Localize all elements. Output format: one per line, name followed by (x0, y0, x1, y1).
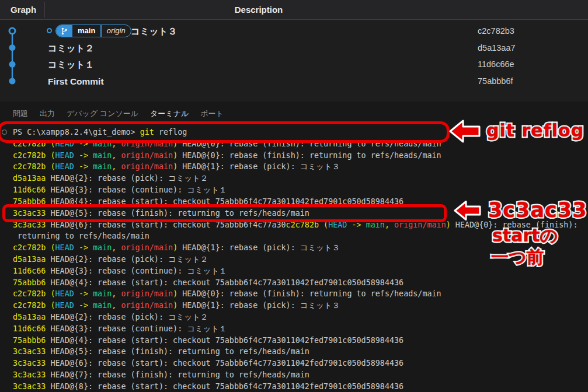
commit-row[interactable]: コミット２d5a13aa7 (0, 40, 588, 57)
terminal-line: 75abbb6 HEAD@{4}: rebase (start): checko… (13, 335, 588, 346)
terminal-line: 11d6c66 HEAD@{3}: rebase (continue): コミッ… (13, 184, 588, 196)
column-divider[interactable] (44, 2, 45, 18)
annotation-text-git-reflog: git reflog (486, 120, 584, 141)
head-commit-dot-icon (47, 28, 52, 33)
annotation-text-hitotsu-mae: 一つ前 (491, 246, 544, 270)
terminal-line: 3c3ac33 HEAD@{8}: rebase (start): checko… (13, 381, 588, 392)
terminal-line: 11d6c66 HEAD@{3}: rebase (continue): コミッ… (13, 323, 588, 335)
branch-name-label: main (72, 25, 100, 37)
terminal-line: c2c782b (HEAD -> main, origin/main) HEAD… (13, 161, 588, 173)
terminal-line: d5a13aa HEAD@{2}: rebase (pick): コミット２ (13, 312, 588, 323)
git-graph-panel: Graph Description main originコミット３c2c782… (0, 0, 588, 102)
annotation-text-start-no: startの (492, 224, 558, 248)
commit-message: コミット３ (131, 23, 177, 40)
annotation-text-hash: 3c3ac33 (488, 198, 587, 222)
commit-message: コミット２ (48, 40, 94, 57)
commit-row[interactable]: コミット１11d6c66e (0, 56, 588, 73)
terminal-line: c2c782b (HEAD -> main, origin/main) HEAD… (13, 150, 588, 162)
commit-hash: 75abbb6f (478, 73, 513, 90)
commit-row[interactable]: First Commit75abbb6f (0, 73, 588, 90)
terminal-line: d5a13aa HEAD@{2}: rebase (pick): コミット２ (13, 173, 588, 184)
terminal-line: 75abbb6 HEAD@{4}: rebase (start): checko… (13, 277, 588, 289)
annotation-arrow-left-icon (454, 200, 482, 222)
branch-label-badge[interactable]: main origin (55, 24, 131, 37)
terminal-line: 3c3ac33 HEAD@{7}: rebase (finish): retur… (13, 369, 588, 381)
commit-hash: c2c782b3 (478, 23, 514, 40)
annotation-box-command (0, 121, 450, 143)
column-header-description: Description (220, 0, 298, 19)
commit-hash: 11d6c66e (478, 56, 514, 73)
terminal-line: 3c3ac33 HEAD@{6}: rebase (start): checko… (13, 358, 588, 369)
terminal-line: c2c782b (HEAD -> main, origin/main) HEAD… (13, 288, 588, 300)
terminal-line: 3c3ac33 HEAD@{5}: rebase (finish): retur… (13, 346, 588, 358)
terminal-line: c2c782b (HEAD -> main, origin/main) HEAD… (13, 300, 588, 312)
vscode-window: Graph Description main originコミット３c2c782… (0, 0, 588, 392)
panel-tab-bar: 問題出力デバッグ コンソールターミナルポート (7, 106, 229, 123)
commit-hash: d5a13aa7 (478, 40, 516, 57)
commit-message: First Commit (48, 73, 104, 90)
panel-tab-inactive[interactable]: 出力 (34, 106, 61, 123)
commit-message: コミット１ (48, 56, 94, 73)
commit-row[interactable]: main originコミット３c2c782b3 (0, 23, 588, 40)
panel-tab-active[interactable]: ターミナル (144, 106, 194, 123)
git-branch-icon (56, 25, 72, 37)
annotation-arrow-left-icon (448, 118, 481, 144)
panel-tab-inactive[interactable]: ポート (194, 106, 229, 123)
git-graph-column-header: Graph Description (0, 0, 588, 20)
panel-tab-inactive[interactable]: デバッグ コンソール (61, 106, 144, 123)
remote-name-label: origin (102, 25, 131, 37)
panel-tab-inactive[interactable]: 問題 (7, 106, 34, 123)
annotation-box-reflog-entry (2, 204, 447, 222)
